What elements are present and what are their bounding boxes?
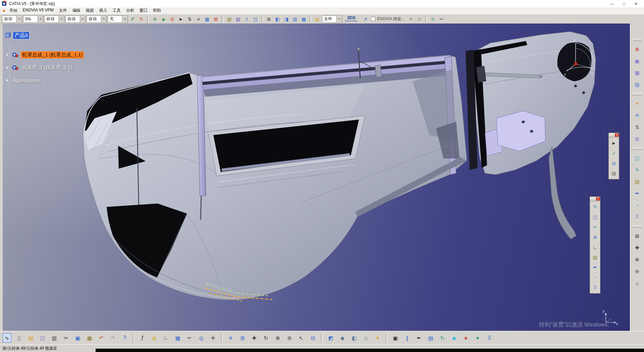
disable-icon[interactable]: ⊘ xyxy=(168,15,176,23)
lock-b-icon[interactable]: ◨ xyxy=(282,15,290,23)
zoom-out-icon[interactable]: ⊖ xyxy=(633,268,641,275)
ink-pen-icon[interactable]: ✒ xyxy=(591,264,599,271)
enovia-connect-icon[interactable]: ⇗ xyxy=(362,15,369,23)
favorites-icon[interactable]: ✦ xyxy=(407,15,415,23)
line-type-combo[interactable]: 无 ▾ xyxy=(108,15,128,23)
wireframe-view-icon[interactable]: ◇ xyxy=(362,334,370,342)
translate-icon[interactable]: ✛ xyxy=(151,15,159,23)
lock-d-icon[interactable]: ▩ xyxy=(300,15,308,23)
select-arrow-icon[interactable]: ► xyxy=(610,139,618,147)
dropdown-arrow-icon[interactable]: ▾ xyxy=(101,16,106,22)
tree-item-product3[interactable]: 产品3 xyxy=(13,32,29,39)
analysis-icon[interactable]: ◔ xyxy=(633,202,641,209)
home-view-icon[interactable]: ⌂ xyxy=(633,279,641,287)
enovia-search-input[interactable]: ENOVIA 搜索... xyxy=(377,16,405,22)
rotate-view-icon[interactable]: ↻ xyxy=(262,334,270,342)
annotation-icon[interactable]: ✒ xyxy=(633,190,641,197)
expand-icon[interactable]: + xyxy=(5,78,9,83)
pointer-icon[interactable]: ► xyxy=(177,15,185,23)
palette-header[interactable]: ✕ xyxy=(609,133,619,137)
graphic-props-combo-3[interactable]: 自动 ▾ xyxy=(65,15,86,23)
wireframe-icon[interactable]: ✎ xyxy=(633,166,641,174)
sketcher-icon[interactable]: ✦ xyxy=(633,100,641,107)
render-icon[interactable]: ★ xyxy=(462,334,470,342)
product-structure-icon[interactable]: ▣ xyxy=(633,57,641,65)
lock-c-icon[interactable]: ▥ xyxy=(291,15,299,23)
3d-viewport[interactable]: 产品3 + 机罩总成_1 (机罩总成_1.1) + 仪表罩_1 (仪表罩_1.1… xyxy=(3,24,630,331)
menu-item[interactable]: 插入 xyxy=(97,7,110,14)
sphere-icon[interactable]: ◔ xyxy=(591,274,599,281)
undo-icon[interactable]: ↶ xyxy=(97,334,105,342)
menu-item[interactable]: 开始 xyxy=(7,7,20,14)
menu-item[interactable]: 视图 xyxy=(83,7,97,14)
file-type-combo[interactable]: 文件 ▾ xyxy=(322,15,342,23)
copy-icon[interactable]: ▣ xyxy=(74,334,82,342)
zoom-in-icon[interactable]: ⊕ xyxy=(633,256,641,263)
plane-icon[interactable]: ▤ xyxy=(633,178,641,185)
dropdown-arrow-icon[interactable]: ▾ xyxy=(80,16,85,22)
window-icon[interactable]: ⊞ xyxy=(265,15,273,23)
paste-icon[interactable]: ▦ xyxy=(86,334,94,342)
publish-icon[interactable]: ⇧ xyxy=(243,15,251,23)
part-design-icon[interactable]: ▨ xyxy=(633,81,641,88)
painter-icon[interactable]: ✐ xyxy=(129,15,137,23)
workbench-box-icon[interactable]: ⊡ xyxy=(416,15,423,23)
opacity-combo[interactable]: 0% ▾ xyxy=(23,15,43,23)
device-input-icon[interactable]: ∿ xyxy=(3,333,11,343)
grid-snap-icon[interactable]: ⠿ xyxy=(485,334,493,342)
minimize-button[interactable]: — xyxy=(606,0,618,7)
quick-view-icon[interactable]: ◩ xyxy=(327,334,335,342)
assembly-node-icon[interactable] xyxy=(12,52,18,58)
dropdown-arrow-icon[interactable]: ▾ xyxy=(38,16,43,22)
constraints-icon[interactable]: ✛ xyxy=(633,112,641,119)
clean-icon[interactable]: ✏ xyxy=(438,15,445,23)
sketch-icon[interactable]: ✎ xyxy=(591,203,599,211)
swap-icon[interactable]: ⇅ xyxy=(633,124,641,131)
surface-icon[interactable]: ◫ xyxy=(633,155,641,162)
visualization-icon[interactable]: ◆ xyxy=(450,334,458,342)
axis-system-icon[interactable]: ✛ xyxy=(209,334,217,342)
hide-show-icon[interactable]: ◎ xyxy=(610,160,618,167)
expand-icon[interactable]: + xyxy=(5,52,9,57)
notepad-icon[interactable]: ▤ xyxy=(591,254,599,261)
sheet-icon[interactable]: ▤ xyxy=(610,170,618,177)
close-button[interactable]: ✕ xyxy=(630,0,642,7)
update-icon[interactable]: ↻ xyxy=(438,334,446,342)
formula-icon[interactable]: ƒ xyxy=(139,334,147,342)
exit-workbench-icon[interactable]: ⊗ xyxy=(633,46,641,53)
graphic-props-combo-1[interactable]: 自动 ▾ xyxy=(2,15,22,23)
open-document-icon[interactable]: ▤ xyxy=(27,334,35,342)
pan-view-icon[interactable]: ✚ xyxy=(633,244,641,252)
menu-item[interactable]: 分析 xyxy=(123,7,137,14)
report-icon[interactable]: ▦ xyxy=(203,15,211,23)
menu-item[interactable]: 窗口 xyxy=(137,7,150,14)
dropdown-arrow-icon[interactable]: ▾ xyxy=(336,16,342,22)
zoom-in-icon[interactable]: ⊕ xyxy=(274,334,282,342)
iso-view-icon[interactable]: ◆ xyxy=(338,334,346,342)
image-capture-icon[interactable]: ▨ xyxy=(234,15,242,23)
menu-item[interactable]: 帮助 xyxy=(150,7,164,14)
tree-item-hood-assembly[interactable]: 机罩总成_1 (机罩总成_1.1) xyxy=(21,51,84,58)
pencil-icon[interactable]: ✏ xyxy=(591,223,599,231)
layers-icon[interactable]: ◳ xyxy=(252,15,259,23)
dropdown-arrow-icon[interactable]: ▾ xyxy=(59,16,64,22)
comment-icon[interactable]: ◍ xyxy=(150,334,158,342)
cloud-points-icon[interactable]: ⠿ xyxy=(591,284,599,291)
fly-mode-icon[interactable]: ✈ xyxy=(227,334,235,342)
close-palette-button[interactable]: ✕ xyxy=(615,133,619,137)
graphic-props-combo-2[interactable]: 自动 ▾ xyxy=(44,15,64,23)
zoom-out-icon[interactable]: ⊖ xyxy=(285,334,293,342)
dropdown-arrow-icon[interactable]: ▾ xyxy=(122,16,127,22)
assembly-node-icon[interactable] xyxy=(12,64,18,71)
normal-view-icon[interactable]: ↖ xyxy=(297,334,305,342)
dropdown-arrow-icon[interactable]: ▾ xyxy=(16,16,22,22)
frame-icon[interactable]: ⊞ xyxy=(633,135,641,143)
menu-item[interactable]: 工具 xyxy=(110,7,123,14)
fit-view-icon[interactable]: ⊞ xyxy=(633,232,641,240)
view-compass[interactable]: y z x xyxy=(564,38,594,77)
new-document-icon[interactable]: ▯ xyxy=(15,334,23,342)
hood-body-part[interactable] xyxy=(83,47,467,300)
tree-item-applications[interactable]: Applications xyxy=(12,77,42,84)
material-icon[interactable]: ● xyxy=(474,334,482,342)
close-palette-button[interactable]: ✕ xyxy=(596,197,600,201)
